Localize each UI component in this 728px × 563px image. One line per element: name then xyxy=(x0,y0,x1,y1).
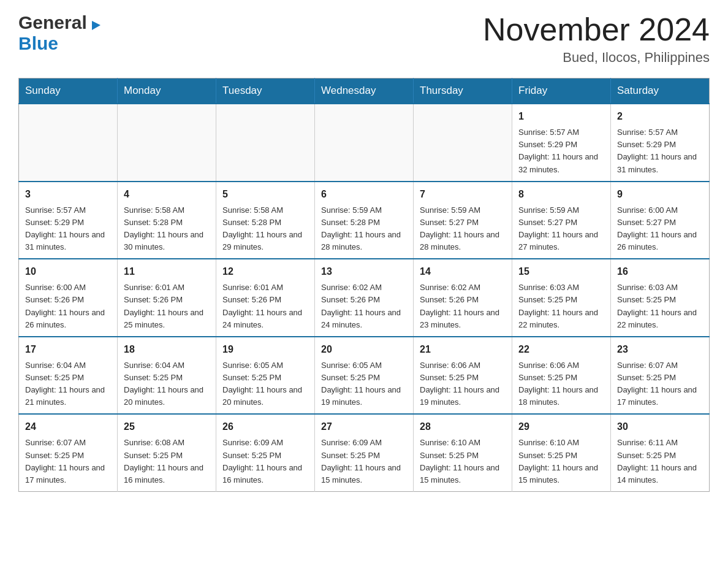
day-info: Sunrise: 5:57 AM Sunset: 5:29 PM Dayligh… xyxy=(617,128,697,174)
calendar-week-row: 10Sunrise: 6:00 AM Sunset: 5:26 PM Dayli… xyxy=(19,259,710,337)
logo-arrow-icon xyxy=(89,20,103,33)
calendar-day-cell: 2Sunrise: 5:57 AM Sunset: 5:29 PM Daylig… xyxy=(611,104,710,182)
day-number: 15 xyxy=(518,264,604,279)
day-info: Sunrise: 6:09 AM Sunset: 5:25 PM Dayligh… xyxy=(321,438,401,484)
day-info: Sunrise: 5:57 AM Sunset: 5:29 PM Dayligh… xyxy=(518,128,598,174)
day-info: Sunrise: 6:05 AM Sunset: 5:25 PM Dayligh… xyxy=(222,361,302,407)
title-block: November 2024 Bued, Ilocos, Philippines xyxy=(483,12,710,66)
calendar-day-cell: 18Sunrise: 6:04 AM Sunset: 5:25 PM Dayli… xyxy=(118,337,216,415)
calendar-day-cell: 11Sunrise: 6:01 AM Sunset: 5:26 PM Dayli… xyxy=(118,259,216,337)
day-info: Sunrise: 6:07 AM Sunset: 5:25 PM Dayligh… xyxy=(617,361,697,407)
day-number: 14 xyxy=(420,264,506,279)
day-info: Sunrise: 6:02 AM Sunset: 5:26 PM Dayligh… xyxy=(321,283,401,329)
calendar-day-cell: 20Sunrise: 6:05 AM Sunset: 5:25 PM Dayli… xyxy=(315,337,414,415)
calendar-day-cell: 13Sunrise: 6:02 AM Sunset: 5:26 PM Dayli… xyxy=(315,259,414,337)
calendar-table: SundayMondayTuesdayWednesdayThursdayFrid… xyxy=(18,78,710,492)
day-info: Sunrise: 6:03 AM Sunset: 5:25 PM Dayligh… xyxy=(617,283,697,329)
day-number: 13 xyxy=(321,264,407,279)
calendar-day-cell: 8Sunrise: 5:59 AM Sunset: 5:27 PM Daylig… xyxy=(512,182,611,259)
day-info: Sunrise: 6:00 AM Sunset: 5:27 PM Dayligh… xyxy=(617,205,697,251)
calendar-day-header: Tuesday xyxy=(216,79,315,104)
month-year-title: November 2024 xyxy=(483,12,710,47)
calendar-day-cell: 25Sunrise: 6:08 AM Sunset: 5:25 PM Dayli… xyxy=(118,414,216,491)
logo: General Blue xyxy=(18,12,103,54)
day-info: Sunrise: 6:08 AM Sunset: 5:25 PM Dayligh… xyxy=(124,438,203,484)
calendar-day-cell: 1Sunrise: 5:57 AM Sunset: 5:29 PM Daylig… xyxy=(512,104,611,182)
calendar-day-cell: 27Sunrise: 6:09 AM Sunset: 5:25 PM Dayli… xyxy=(315,414,414,491)
day-number: 6 xyxy=(321,187,407,202)
calendar-day-header: Monday xyxy=(118,79,216,104)
day-info: Sunrise: 6:04 AM Sunset: 5:25 PM Dayligh… xyxy=(124,361,203,407)
location-subtitle: Bued, Ilocos, Philippines xyxy=(483,50,710,66)
day-number: 27 xyxy=(321,419,407,434)
day-number: 16 xyxy=(617,264,703,279)
calendar-day-cell xyxy=(118,104,216,182)
day-number: 17 xyxy=(25,342,111,357)
day-info: Sunrise: 5:58 AM Sunset: 5:28 PM Dayligh… xyxy=(124,205,203,251)
calendar-day-cell: 10Sunrise: 6:00 AM Sunset: 5:26 PM Dayli… xyxy=(19,259,118,337)
calendar-day-cell: 21Sunrise: 6:06 AM Sunset: 5:25 PM Dayli… xyxy=(414,337,512,415)
day-info: Sunrise: 5:59 AM Sunset: 5:27 PM Dayligh… xyxy=(420,205,499,251)
day-info: Sunrise: 6:03 AM Sunset: 5:25 PM Dayligh… xyxy=(518,283,598,329)
calendar-day-cell: 4Sunrise: 5:58 AM Sunset: 5:28 PM Daylig… xyxy=(118,182,216,259)
logo-blue-text: Blue xyxy=(18,33,58,53)
calendar-day-cell: 14Sunrise: 6:02 AM Sunset: 5:26 PM Dayli… xyxy=(414,259,512,337)
day-number: 19 xyxy=(222,342,308,357)
calendar-day-header: Sunday xyxy=(19,79,118,104)
calendar-day-cell: 24Sunrise: 6:07 AM Sunset: 5:25 PM Dayli… xyxy=(19,414,118,491)
day-number: 22 xyxy=(518,342,604,357)
day-info: Sunrise: 6:02 AM Sunset: 5:26 PM Dayligh… xyxy=(420,283,499,329)
day-info: Sunrise: 6:11 AM Sunset: 5:25 PM Dayligh… xyxy=(617,438,697,484)
calendar-day-header: Friday xyxy=(512,79,611,104)
calendar-header-row: SundayMondayTuesdayWednesdayThursdayFrid… xyxy=(19,79,710,104)
calendar-day-cell: 6Sunrise: 5:59 AM Sunset: 5:28 PM Daylig… xyxy=(315,182,414,259)
day-info: Sunrise: 5:59 AM Sunset: 5:27 PM Dayligh… xyxy=(518,205,598,251)
day-info: Sunrise: 6:06 AM Sunset: 5:25 PM Dayligh… xyxy=(518,361,598,407)
day-info: Sunrise: 6:01 AM Sunset: 5:26 PM Dayligh… xyxy=(222,283,302,329)
calendar-day-cell: 29Sunrise: 6:10 AM Sunset: 5:25 PM Dayli… xyxy=(512,414,611,491)
calendar-day-cell: 28Sunrise: 6:10 AM Sunset: 5:25 PM Dayli… xyxy=(414,414,512,491)
calendar-day-header: Thursday xyxy=(414,79,512,104)
day-number: 26 xyxy=(222,419,308,434)
day-info: Sunrise: 6:06 AM Sunset: 5:25 PM Dayligh… xyxy=(420,361,499,407)
calendar-day-cell xyxy=(216,104,315,182)
calendar-day-cell: 7Sunrise: 5:59 AM Sunset: 5:27 PM Daylig… xyxy=(414,182,512,259)
day-number: 30 xyxy=(617,419,703,434)
day-info: Sunrise: 6:07 AM Sunset: 5:25 PM Dayligh… xyxy=(25,438,105,484)
day-number: 5 xyxy=(222,187,308,202)
calendar-day-cell: 19Sunrise: 6:05 AM Sunset: 5:25 PM Dayli… xyxy=(216,337,315,415)
day-info: Sunrise: 6:00 AM Sunset: 5:26 PM Dayligh… xyxy=(25,283,105,329)
calendar-day-header: Wednesday xyxy=(315,79,414,104)
calendar-day-cell: 23Sunrise: 6:07 AM Sunset: 5:25 PM Dayli… xyxy=(611,337,710,415)
day-number: 8 xyxy=(518,187,604,202)
day-number: 11 xyxy=(124,264,210,279)
calendar-week-row: 24Sunrise: 6:07 AM Sunset: 5:25 PM Dayli… xyxy=(19,414,710,491)
calendar-week-row: 3Sunrise: 5:57 AM Sunset: 5:29 PM Daylig… xyxy=(19,182,710,259)
day-number: 21 xyxy=(420,342,506,357)
svg-marker-0 xyxy=(92,21,100,30)
day-info: Sunrise: 6:04 AM Sunset: 5:25 PM Dayligh… xyxy=(25,361,105,407)
calendar-day-cell: 3Sunrise: 5:57 AM Sunset: 5:29 PM Daylig… xyxy=(19,182,118,259)
calendar-day-cell: 5Sunrise: 5:58 AM Sunset: 5:28 PM Daylig… xyxy=(216,182,315,259)
calendar-day-cell: 26Sunrise: 6:09 AM Sunset: 5:25 PM Dayli… xyxy=(216,414,315,491)
calendar-day-cell: 22Sunrise: 6:06 AM Sunset: 5:25 PM Dayli… xyxy=(512,337,611,415)
calendar-day-cell xyxy=(315,104,414,182)
calendar-day-cell: 17Sunrise: 6:04 AM Sunset: 5:25 PM Dayli… xyxy=(19,337,118,415)
day-number: 29 xyxy=(518,419,604,434)
calendar-week-row: 1Sunrise: 5:57 AM Sunset: 5:29 PM Daylig… xyxy=(19,104,710,182)
day-number: 24 xyxy=(25,419,111,434)
calendar-day-header: Saturday xyxy=(611,79,710,104)
day-info: Sunrise: 5:57 AM Sunset: 5:29 PM Dayligh… xyxy=(25,205,105,251)
day-number: 7 xyxy=(420,187,506,202)
calendar-day-cell: 15Sunrise: 6:03 AM Sunset: 5:25 PM Dayli… xyxy=(512,259,611,337)
day-number: 25 xyxy=(124,419,210,434)
day-info: Sunrise: 5:59 AM Sunset: 5:28 PM Dayligh… xyxy=(321,205,401,251)
day-number: 28 xyxy=(420,419,506,434)
calendar-week-row: 17Sunrise: 6:04 AM Sunset: 5:25 PM Dayli… xyxy=(19,337,710,415)
day-number: 3 xyxy=(25,187,111,202)
calendar-day-cell: 9Sunrise: 6:00 AM Sunset: 5:27 PM Daylig… xyxy=(611,182,710,259)
day-info: Sunrise: 6:09 AM Sunset: 5:25 PM Dayligh… xyxy=(222,438,302,484)
calendar-day-cell xyxy=(19,104,118,182)
day-info: Sunrise: 6:01 AM Sunset: 5:26 PM Dayligh… xyxy=(124,283,203,329)
day-number: 4 xyxy=(124,187,210,202)
